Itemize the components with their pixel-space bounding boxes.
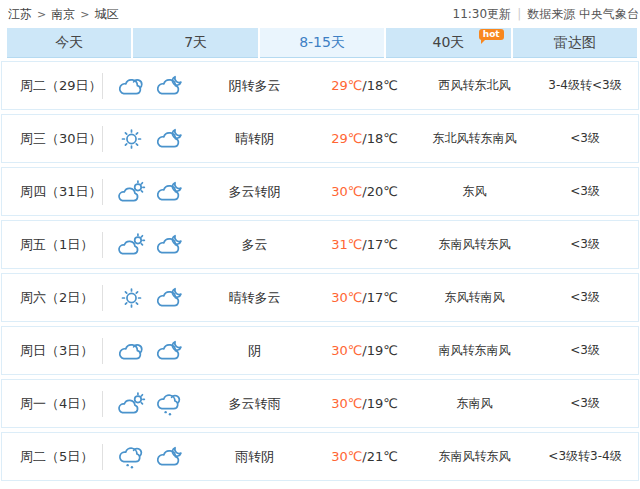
temp-low: 18℃ — [367, 131, 398, 146]
weather-icons — [103, 127, 197, 151]
breadcrumb: 江苏 > 南京 > 城区 — [8, 6, 118, 23]
temp-low: 19℃ — [367, 343, 398, 358]
cloud-moon-icon — [154, 180, 185, 204]
tab-label: 雷达图 — [554, 34, 596, 52]
cloud-sun-icon — [116, 233, 147, 257]
weather-icons — [103, 286, 197, 310]
wind-level: <3级 — [532, 289, 638, 306]
breadcrumb-separator: > — [37, 8, 46, 21]
temp-high: 29℃ — [331, 78, 362, 93]
day-label: 周三（30日） — [2, 130, 102, 148]
temperature: 31℃/17℃ — [312, 237, 417, 252]
data-source: 数据来源 中央气象台 — [527, 6, 639, 23]
wind-direction: 东南风转东风 — [417, 448, 532, 465]
forecast-row: 周二（29日） 阴转多云 29℃/18℃ 西风转东北风 3-4级转<3级 — [1, 61, 639, 110]
weather-icons — [103, 74, 197, 98]
day-label: 周二（29日） — [2, 77, 102, 95]
temp-low: 18℃ — [367, 78, 398, 93]
temp-high: 30℃ — [331, 449, 362, 464]
breadcrumb-province[interactable]: 江苏 — [8, 6, 32, 23]
tab-label: 8-15天 — [299, 34, 345, 52]
day-label: 周五（1日） — [2, 236, 102, 254]
day-label: 周日（3日） — [2, 342, 102, 360]
forecast-row: 周五（1日） 多云 31℃/17℃ 东南风转东风 <3级 — [1, 220, 639, 269]
cloud-rain-icon — [154, 392, 185, 416]
weather-icons — [103, 445, 197, 469]
wind-level: <3级 — [532, 342, 638, 359]
tab-40day[interactable]: 40天 hot — [386, 28, 510, 58]
temp-low: 19℃ — [367, 396, 398, 411]
wind-level: <3级 — [532, 183, 638, 200]
wind-level: 3-4级转<3级 — [532, 77, 638, 94]
weather-text: 阴 — [197, 342, 312, 360]
tab-label: 7天 — [184, 34, 207, 52]
temp-high: 30℃ — [331, 184, 362, 199]
forecast-row: 周二（5日） 雨转阴 30℃/21℃ 东南风转东风 <3级转3-4级 — [1, 432, 639, 481]
weather-text: 阴转多云 — [197, 77, 312, 95]
breadcrumb-separator: > — [80, 8, 89, 21]
hot-badge: hot — [479, 29, 504, 40]
temp-high: 30℃ — [331, 343, 362, 358]
forecast-tabs: 今天 7天 8-15天 40天 hot 雷达图 — [7, 28, 637, 58]
temp-low: 21℃ — [367, 449, 398, 464]
tab-label: 今天 — [55, 34, 83, 52]
temperature: 30℃/19℃ — [312, 396, 417, 411]
sun-icon — [116, 127, 147, 151]
forecast-row: 周日（3日） 阴 30℃/19℃ 南风转东南风 <3级 — [1, 326, 639, 375]
temp-low: 20℃ — [367, 184, 398, 199]
weather-text: 晴转阴 — [197, 130, 312, 148]
cloud-moon-icon — [154, 74, 185, 98]
wind-direction: 东南风 — [417, 395, 532, 412]
weather-text: 多云转雨 — [197, 395, 312, 413]
cloud-sun-icon — [116, 180, 147, 204]
weather-icons — [103, 392, 197, 416]
temperature: 30℃/17℃ — [312, 290, 417, 305]
day-label: 周二（5日） — [2, 448, 102, 466]
temperature: 29℃/18℃ — [312, 131, 417, 146]
update-divider: | — [517, 7, 521, 21]
tab-7day[interactable]: 7天 — [133, 28, 257, 58]
breadcrumb-city[interactable]: 南京 — [51, 6, 75, 23]
wind-direction: 东风转南风 — [417, 289, 532, 306]
tab-today[interactable]: 今天 — [7, 28, 131, 58]
update-time: 11:30更新 — [453, 6, 512, 23]
day-label: 周六（2日） — [2, 289, 102, 307]
tab-label: 40天 — [433, 34, 465, 52]
weather-icons — [103, 339, 197, 363]
day-label: 周四（31日） — [2, 183, 102, 201]
wind-level: <3级 — [532, 130, 638, 147]
wind-level: <3级转3-4级 — [532, 448, 638, 465]
sun-icon — [116, 286, 147, 310]
cloud-sun-icon — [116, 392, 147, 416]
temp-high: 29℃ — [331, 131, 362, 146]
tab-8-15day[interactable]: 8-15天 — [260, 28, 384, 58]
cloud-rain-icon — [116, 445, 147, 469]
tab-radar[interactable]: 雷达图 — [513, 28, 637, 58]
forecast-row: 周三（30日） 晴转阴 29℃/18℃ 东北风转东南风 <3级 — [1, 114, 639, 163]
weather-text: 多云转阴 — [197, 183, 312, 201]
cloud-moon-icon — [154, 445, 185, 469]
wind-level: <3级 — [532, 395, 638, 412]
wind-direction: 东北风转东南风 — [417, 130, 532, 147]
update-info: 11:30更新 | 数据来源 中央气象台 — [453, 6, 640, 23]
forecast-row: 周四（31日） 多云转阴 30℃/20℃ 东风 <3级 — [1, 167, 639, 216]
day-label: 周一（4日） — [2, 395, 102, 413]
wind-direction: 东风 — [417, 183, 532, 200]
cloud-icon — [116, 339, 147, 363]
cloud-icon — [116, 74, 147, 98]
forecast-row: 周六（2日） 晴转多云 30℃/17℃ 东风转南风 <3级 — [1, 273, 639, 322]
cloud-moon-icon — [154, 127, 185, 151]
weather-forecast-page: 江苏 > 南京 > 城区 11:30更新 | 数据来源 中央气象台 今天 7天 … — [0, 0, 640, 489]
cloud-moon-icon — [154, 286, 185, 310]
weather-text: 晴转多云 — [197, 289, 312, 307]
temp-high: 30℃ — [331, 290, 362, 305]
top-bar: 江苏 > 南京 > 城区 11:30更新 | 数据来源 中央气象台 — [0, 0, 640, 28]
temperature: 29℃/18℃ — [312, 78, 417, 93]
weather-icons — [103, 233, 197, 257]
temp-high: 30℃ — [331, 396, 362, 411]
weather-text: 雨转阴 — [197, 448, 312, 466]
breadcrumb-district[interactable]: 城区 — [94, 6, 118, 23]
temperature: 30℃/19℃ — [312, 343, 417, 358]
wind-level: <3级 — [532, 236, 638, 253]
wind-direction: 南风转东南风 — [417, 342, 532, 359]
